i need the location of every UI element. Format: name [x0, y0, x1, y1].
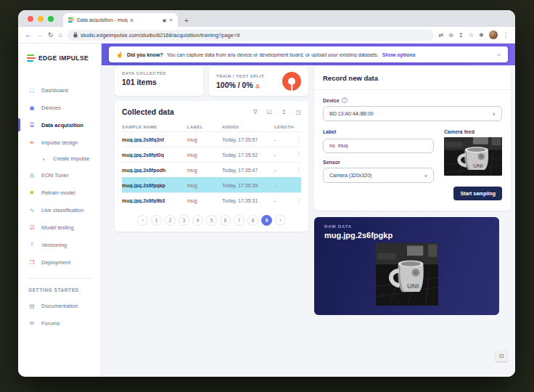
table-row[interactable]: mug.jpg.2s6fpodh mug Today, 17:35:47 - ⋮	[122, 162, 301, 177]
data-collected-label: DATA COLLECTED	[122, 71, 196, 75]
deployment-icon: ❒	[28, 259, 36, 266]
pagination-page-2[interactable]: 2	[165, 215, 176, 226]
chevron-down-icon: ∨	[493, 111, 496, 116]
table-row[interactable]: mug.jpg.2s6fq2nf mug Today, 17:35:57 - ⋮	[122, 131, 301, 147]
sensor-select[interactable]: Camera (320x320) ∨	[323, 168, 434, 183]
forums-icon: ✉	[28, 320, 36, 327]
lock-icon	[73, 32, 78, 38]
table-row[interactable]: mug.jpg.2s6fp9b3 mug Today, 17:35:31 - ⋮	[122, 192, 301, 208]
forward-icon[interactable]: →	[36, 31, 43, 38]
reload-icon[interactable]: ↻	[48, 31, 54, 38]
table-row-selected[interactable]: mug.jpg.2s6fpgkp mug Today, 17:35:39 - ⋮	[122, 177, 301, 192]
share-icon[interactable]: ↥	[459, 32, 464, 38]
record-new-data-title: Record new data	[314, 67, 511, 90]
select-multiple-icon[interactable]: ☑	[267, 109, 272, 115]
pagination-page-3[interactable]: 3	[178, 215, 189, 226]
sidebar-item-retrain-model[interactable]: ✖ Retrain model	[18, 184, 101, 201]
browser-tab[interactable]: Data acquisition - mug_o ▣ ×	[63, 13, 178, 27]
tab-strip: Data acquisition - mug_o ▣ × +	[18, 10, 515, 27]
tab-close-icon[interactable]: ×	[169, 17, 173, 23]
bookmark-star-icon[interactable]: ☆	[469, 32, 474, 38]
pagination-page-8[interactable]: 8	[247, 215, 258, 226]
sidebar-item-documentation[interactable]: ▤ Documentation	[18, 297, 101, 314]
pagination-prev[interactable]: ‹	[137, 215, 148, 226]
home-icon[interactable]: ⌂	[59, 31, 62, 38]
pagination-page-6[interactable]: 6	[220, 215, 231, 226]
sidebar: EDGE IMPULSE ▢ Dashboard ▣ Devices ☰ Dat…	[18, 44, 102, 377]
label-input[interactable]	[323, 139, 434, 153]
chevron-down-icon: ∨	[424, 173, 427, 178]
sidebar-item-data-acquisition[interactable]: ☰ Data acquisition	[18, 116, 101, 134]
url-text: studio.edgeimpulse.com/studio/82168/acqu…	[81, 32, 240, 38]
upload-icon[interactable]: ↥	[282, 109, 287, 115]
row-menu-icon[interactable]: ⋮	[296, 182, 301, 188]
model-testing-icon: ☑	[28, 224, 36, 231]
tab-title: Data acquisition - mug_o	[77, 17, 160, 23]
row-menu-icon[interactable]: ⋮	[296, 136, 301, 142]
expand-icon[interactable]: ◳	[295, 109, 301, 115]
split-warning-icon: ⚠	[255, 83, 260, 89]
pagination-page-1[interactable]: 1	[151, 215, 162, 226]
data-collected-value: 101 items	[122, 78, 196, 86]
minimize-window-button[interactable]	[38, 16, 44, 22]
row-menu-icon[interactable]: ⋮	[296, 197, 301, 203]
sidebar-item-dashboard[interactable]: ▢ Dashboard	[18, 81, 101, 99]
pagination-page-5[interactable]: 5	[206, 215, 217, 226]
device-help-icon[interactable]: ?	[342, 97, 348, 103]
row-menu-icon[interactable]: ⋮	[296, 167, 301, 173]
tab-media-indicator-icon: ▣	[163, 17, 167, 23]
extensions-icon[interactable]: ❖	[479, 32, 484, 38]
sidebar-item-live-classification[interactable]: ∿ Live classification	[18, 201, 101, 219]
data-acquisition-icon: ☰	[28, 122, 36, 128]
impulse-design-icon: ✳	[28, 139, 36, 146]
data-collected-card: DATA COLLECTED 101 items	[115, 67, 203, 96]
edge-impulse-logo-text: EDGE IMPULSE	[38, 54, 89, 62]
row-menu-icon[interactable]: ⋮	[296, 152, 301, 158]
browser-window: Data acquisition - mug_o ▣ × + ← → ↻ ⌂ s…	[18, 10, 515, 377]
sidebar-item-create-impulse[interactable]: ● Create impulse	[18, 151, 101, 166]
sidebar-item-versioning[interactable]: ᛘ Versioning	[18, 236, 101, 253]
record-new-data-card: Record new data Device ? BD:13:A0:4A:8B:…	[314, 67, 511, 211]
close-window-button[interactable]	[28, 16, 33, 22]
create-impulse-icon: ●	[40, 157, 47, 161]
pagination-page-7[interactable]: 7	[234, 215, 245, 226]
camera-feed-label: Camera feed	[444, 129, 502, 134]
split-value: 100% / 0%⚠	[216, 81, 264, 89]
translate-icon[interactable]: ⇄	[439, 32, 444, 38]
toolbar-right: ⇄ ⊖ ↥ ☆ ❖ ⋮	[439, 30, 509, 39]
sidebar-item-impulse-design[interactable]: ✳ Impulse design	[18, 134, 101, 151]
raw-data-panel: RAW DATA mug.jpg.2s6fpgkp	[314, 217, 499, 315]
zoom-out-icon[interactable]: ⊖	[448, 32, 453, 38]
pagination-page-9-active[interactable]: 9	[261, 215, 272, 226]
raw-data-image: UNI	[376, 243, 438, 306]
device-select[interactable]: BD:13:A0:4A:8B:00 ∨	[323, 106, 502, 121]
samples-table: SAMPLE NAME LABEL ADDED LENGTH mug.jpg.2…	[122, 122, 301, 208]
edge-impulse-logo-icon	[27, 54, 36, 62]
pagination-next[interactable]: ›	[275, 215, 286, 226]
sidebar-item-forums[interactable]: ✉ Forums	[18, 314, 101, 332]
browser-toolbar: ← → ↻ ⌂ studio.edgeimpulse.com/studio/82…	[18, 27, 515, 44]
start-sampling-button[interactable]: Start sampling	[453, 187, 502, 200]
maximize-window-button[interactable]	[48, 16, 54, 22]
filter-icon[interactable]: ∇	[253, 109, 257, 115]
sidebar-item-eon-tuner[interactable]: ◎ EON Tuner	[18, 166, 101, 184]
feedback-widget-button[interactable]: ⊡	[496, 350, 507, 362]
edge-impulse-logo[interactable]: EDGE IMPULSE	[18, 51, 101, 65]
sidebar-item-devices[interactable]: ▣ Devices	[18, 99, 101, 116]
sidebar-item-model-testing[interactable]: ☑ Model testing	[18, 219, 101, 236]
sensor-label: Sensor	[323, 160, 434, 165]
versioning-icon: ᛘ	[28, 242, 36, 248]
browser-menu-icon[interactable]: ⋮	[503, 32, 509, 38]
sidebar-item-deployment[interactable]: ❒ Deployment	[18, 253, 101, 271]
main-area: ☝ Did you know? You can capture data fro…	[102, 44, 515, 377]
dashboard-icon: ▢	[28, 87, 36, 94]
back-icon[interactable]: ←	[25, 31, 31, 38]
label-field-label: Label	[323, 129, 434, 134]
url-bar[interactable]: studio.edgeimpulse.com/studio/82168/acqu…	[67, 30, 434, 41]
table-row[interactable]: mug.jpg.2s6fpt0q mug Today, 17:35:52 - ⋮	[122, 147, 301, 162]
profile-avatar[interactable]	[489, 30, 498, 39]
pagination: ‹ 1 2 3 4 5 6 7 8 9 ›	[122, 215, 301, 226]
device-label: Device ?	[323, 97, 502, 103]
new-tab-button[interactable]: +	[184, 17, 189, 25]
pagination-page-4[interactable]: 4	[192, 215, 203, 226]
